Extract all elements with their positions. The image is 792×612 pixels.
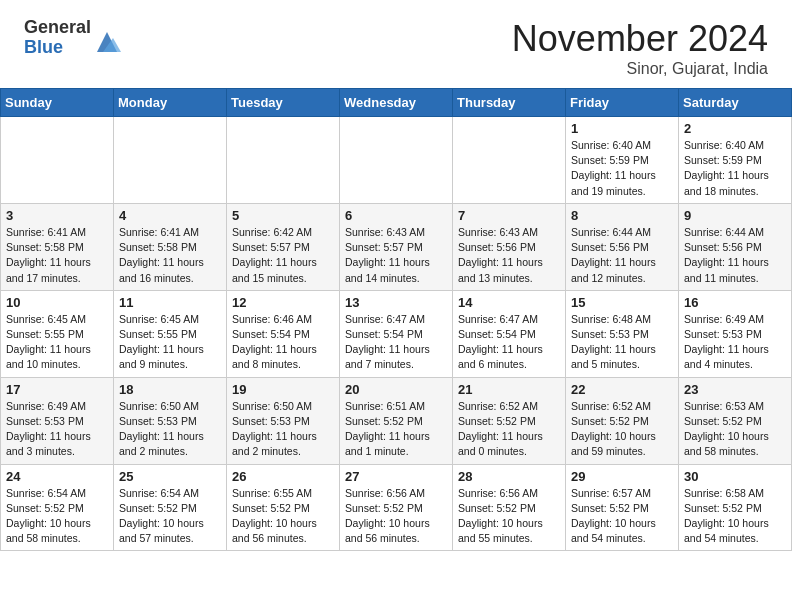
calendar-cell: 30Sunrise: 6:58 AMSunset: 5:52 PMDayligh… [679,464,792,551]
day-info: Sunrise: 6:50 AMSunset: 5:53 PMDaylight:… [119,399,221,460]
day-info: Sunrise: 6:42 AMSunset: 5:57 PMDaylight:… [232,225,334,286]
day-info: Sunrise: 6:46 AMSunset: 5:54 PMDaylight:… [232,312,334,373]
calendar-cell: 23Sunrise: 6:53 AMSunset: 5:52 PMDayligh… [679,377,792,464]
day-number: 15 [571,295,673,310]
day-number: 13 [345,295,447,310]
calendar-cell: 29Sunrise: 6:57 AMSunset: 5:52 PMDayligh… [566,464,679,551]
day-info: Sunrise: 6:40 AMSunset: 5:59 PMDaylight:… [571,138,673,199]
day-info: Sunrise: 6:52 AMSunset: 5:52 PMDaylight:… [458,399,560,460]
calendar-cell: 22Sunrise: 6:52 AMSunset: 5:52 PMDayligh… [566,377,679,464]
calendar-cell: 15Sunrise: 6:48 AMSunset: 5:53 PMDayligh… [566,290,679,377]
day-info: Sunrise: 6:58 AMSunset: 5:52 PMDaylight:… [684,486,786,547]
calendar-cell [114,117,227,204]
logo-general-text: General [24,18,91,38]
day-number: 14 [458,295,560,310]
day-info: Sunrise: 6:47 AMSunset: 5:54 PMDaylight:… [345,312,447,373]
day-info: Sunrise: 6:49 AMSunset: 5:53 PMDaylight:… [6,399,108,460]
calendar-cell: 28Sunrise: 6:56 AMSunset: 5:52 PMDayligh… [453,464,566,551]
day-number: 6 [345,208,447,223]
calendar-cell: 17Sunrise: 6:49 AMSunset: 5:53 PMDayligh… [1,377,114,464]
day-info: Sunrise: 6:54 AMSunset: 5:52 PMDaylight:… [6,486,108,547]
day-info: Sunrise: 6:44 AMSunset: 5:56 PMDaylight:… [684,225,786,286]
calendar-cell: 3Sunrise: 6:41 AMSunset: 5:58 PMDaylight… [1,203,114,290]
calendar-cell: 16Sunrise: 6:49 AMSunset: 5:53 PMDayligh… [679,290,792,377]
calendar-cell: 8Sunrise: 6:44 AMSunset: 5:56 PMDaylight… [566,203,679,290]
calendar-header-saturday: Saturday [679,89,792,117]
day-info: Sunrise: 6:54 AMSunset: 5:52 PMDaylight:… [119,486,221,547]
day-info: Sunrise: 6:53 AMSunset: 5:52 PMDaylight:… [684,399,786,460]
calendar-header-wednesday: Wednesday [340,89,453,117]
day-number: 9 [684,208,786,223]
day-number: 28 [458,469,560,484]
calendar-table: SundayMondayTuesdayWednesdayThursdayFrid… [0,88,792,551]
calendar-week-row: 10Sunrise: 6:45 AMSunset: 5:55 PMDayligh… [1,290,792,377]
calendar-week-row: 3Sunrise: 6:41 AMSunset: 5:58 PMDaylight… [1,203,792,290]
calendar-cell: 24Sunrise: 6:54 AMSunset: 5:52 PMDayligh… [1,464,114,551]
calendar-cell: 20Sunrise: 6:51 AMSunset: 5:52 PMDayligh… [340,377,453,464]
calendar-cell: 26Sunrise: 6:55 AMSunset: 5:52 PMDayligh… [227,464,340,551]
calendar-cell: 9Sunrise: 6:44 AMSunset: 5:56 PMDaylight… [679,203,792,290]
day-info: Sunrise: 6:41 AMSunset: 5:58 PMDaylight:… [119,225,221,286]
day-number: 12 [232,295,334,310]
month-title: November 2024 [512,18,768,60]
day-info: Sunrise: 6:41 AMSunset: 5:58 PMDaylight:… [6,225,108,286]
day-number: 1 [571,121,673,136]
logo: General Blue [24,18,121,58]
day-info: Sunrise: 6:47 AMSunset: 5:54 PMDaylight:… [458,312,560,373]
day-number: 24 [6,469,108,484]
calendar-header-sunday: Sunday [1,89,114,117]
day-info: Sunrise: 6:55 AMSunset: 5:52 PMDaylight:… [232,486,334,547]
calendar-cell: 4Sunrise: 6:41 AMSunset: 5:58 PMDaylight… [114,203,227,290]
calendar-cell: 25Sunrise: 6:54 AMSunset: 5:52 PMDayligh… [114,464,227,551]
day-info: Sunrise: 6:57 AMSunset: 5:52 PMDaylight:… [571,486,673,547]
day-info: Sunrise: 6:52 AMSunset: 5:52 PMDaylight:… [571,399,673,460]
calendar-header-friday: Friday [566,89,679,117]
calendar-week-row: 17Sunrise: 6:49 AMSunset: 5:53 PMDayligh… [1,377,792,464]
day-number: 29 [571,469,673,484]
day-number: 27 [345,469,447,484]
calendar-cell [227,117,340,204]
calendar-week-row: 24Sunrise: 6:54 AMSunset: 5:52 PMDayligh… [1,464,792,551]
calendar-cell: 14Sunrise: 6:47 AMSunset: 5:54 PMDayligh… [453,290,566,377]
page-header: General Blue November 2024 Sinor, Gujara… [0,0,792,88]
day-info: Sunrise: 6:40 AMSunset: 5:59 PMDaylight:… [684,138,786,199]
calendar-header-row: SundayMondayTuesdayWednesdayThursdayFrid… [1,89,792,117]
day-number: 8 [571,208,673,223]
day-info: Sunrise: 6:49 AMSunset: 5:53 PMDaylight:… [684,312,786,373]
calendar-cell: 2Sunrise: 6:40 AMSunset: 5:59 PMDaylight… [679,117,792,204]
day-number: 5 [232,208,334,223]
calendar-cell: 10Sunrise: 6:45 AMSunset: 5:55 PMDayligh… [1,290,114,377]
day-info: Sunrise: 6:43 AMSunset: 5:57 PMDaylight:… [345,225,447,286]
title-block: November 2024 Sinor, Gujarat, India [512,18,768,78]
calendar-cell: 5Sunrise: 6:42 AMSunset: 5:57 PMDaylight… [227,203,340,290]
day-info: Sunrise: 6:51 AMSunset: 5:52 PMDaylight:… [345,399,447,460]
day-number: 21 [458,382,560,397]
calendar-cell [453,117,566,204]
day-number: 20 [345,382,447,397]
day-info: Sunrise: 6:50 AMSunset: 5:53 PMDaylight:… [232,399,334,460]
day-info: Sunrise: 6:56 AMSunset: 5:52 PMDaylight:… [345,486,447,547]
calendar-cell: 19Sunrise: 6:50 AMSunset: 5:53 PMDayligh… [227,377,340,464]
day-number: 18 [119,382,221,397]
day-info: Sunrise: 6:56 AMSunset: 5:52 PMDaylight:… [458,486,560,547]
day-number: 16 [684,295,786,310]
day-number: 23 [684,382,786,397]
calendar-cell: 18Sunrise: 6:50 AMSunset: 5:53 PMDayligh… [114,377,227,464]
day-info: Sunrise: 6:43 AMSunset: 5:56 PMDaylight:… [458,225,560,286]
day-number: 11 [119,295,221,310]
calendar-cell: 7Sunrise: 6:43 AMSunset: 5:56 PMDaylight… [453,203,566,290]
logo-icon [93,28,121,56]
day-number: 2 [684,121,786,136]
day-info: Sunrise: 6:48 AMSunset: 5:53 PMDaylight:… [571,312,673,373]
day-info: Sunrise: 6:45 AMSunset: 5:55 PMDaylight:… [6,312,108,373]
day-number: 10 [6,295,108,310]
calendar-week-row: 1Sunrise: 6:40 AMSunset: 5:59 PMDaylight… [1,117,792,204]
logo-blue-text: Blue [24,38,91,58]
day-number: 4 [119,208,221,223]
day-number: 19 [232,382,334,397]
day-number: 3 [6,208,108,223]
day-number: 26 [232,469,334,484]
calendar-cell: 12Sunrise: 6:46 AMSunset: 5:54 PMDayligh… [227,290,340,377]
location: Sinor, Gujarat, India [512,60,768,78]
day-info: Sunrise: 6:45 AMSunset: 5:55 PMDaylight:… [119,312,221,373]
